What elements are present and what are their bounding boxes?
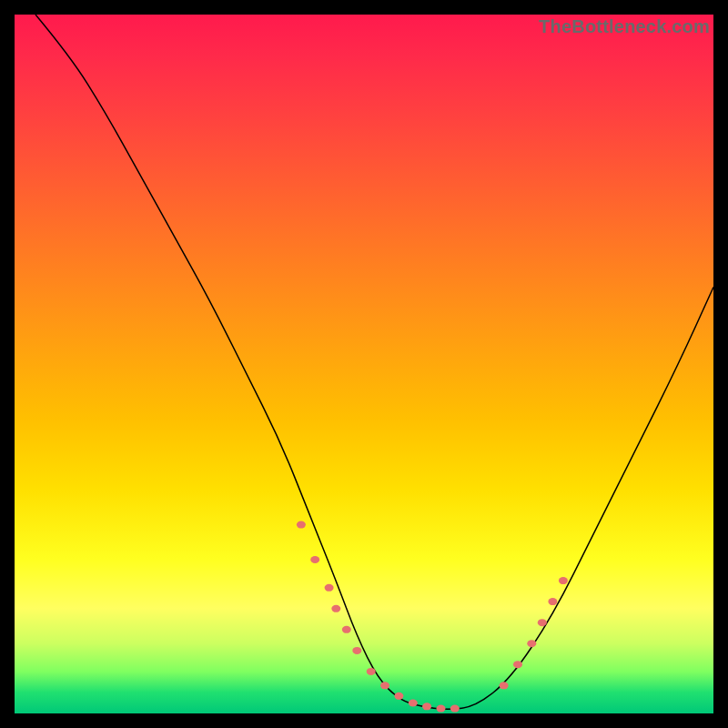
plot-area: TheBottleneck.com bbox=[15, 15, 713, 713]
data-marker bbox=[500, 682, 509, 689]
data-marker bbox=[331, 605, 340, 612]
data-marker bbox=[437, 705, 446, 713]
data-marker bbox=[422, 703, 431, 710]
data-marker bbox=[548, 598, 557, 605]
data-marker bbox=[352, 647, 361, 654]
marker-group bbox=[297, 521, 568, 713]
data-marker bbox=[367, 668, 376, 675]
data-marker bbox=[513, 661, 522, 668]
data-marker bbox=[538, 619, 547, 626]
data-marker bbox=[310, 556, 319, 563]
data-marker bbox=[380, 682, 389, 689]
data-marker bbox=[409, 700, 418, 707]
data-marker bbox=[559, 577, 568, 584]
data-marker bbox=[394, 693, 403, 700]
data-marker bbox=[450, 705, 460, 713]
data-marker bbox=[325, 584, 334, 592]
curve-path bbox=[35, 15, 713, 709]
chart-svg bbox=[15, 15, 713, 713]
chart-frame: TheBottleneck.com bbox=[0, 0, 728, 728]
data-marker bbox=[342, 626, 351, 633]
data-marker bbox=[527, 640, 536, 647]
data-marker bbox=[297, 521, 306, 529]
